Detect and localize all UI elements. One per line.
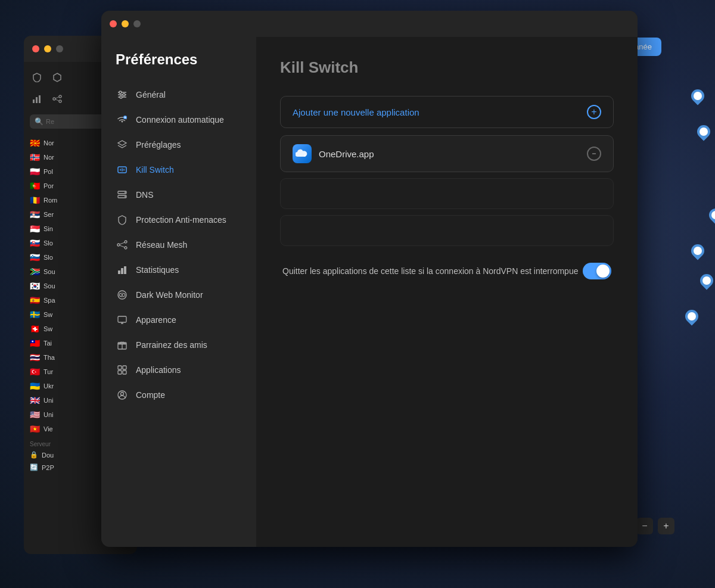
add-app-label: Ajouter une nouvelle application [293,107,419,117]
svg-rect-42 [118,366,122,369]
user-circle-icon [116,388,129,402]
modal-maximize-dot[interactable] [133,20,141,27]
svg-point-4 [59,95,61,98]
shield-nav-icon[interactable] [29,69,45,86]
map-pin [691,244,704,261]
grid-icon [116,363,129,377]
maximize-dot[interactable] [56,45,63,52]
nav-item-mesh[interactable]: Réseau Mesh [101,232,256,257]
svg-point-26 [125,241,127,243]
eye-circle-icon [116,288,129,301]
close-dot[interactable] [32,45,39,52]
nav-item-presets[interactable]: Préréglages [101,132,256,157]
nav-label-dns: DNS [136,190,154,200]
nav-label-general: Général [136,90,166,99]
nav-item-dns[interactable]: DNS [101,182,256,207]
svg-line-7 [55,99,59,101]
nav-item-threat[interactable]: Protection Anti-menaces [101,207,256,232]
svg-rect-41 [118,343,126,344]
svg-point-25 [117,244,120,246]
kill-switch-toggle[interactable] [583,263,611,279]
kill-switch-content: Kill Switch Ajouter une nouvelle applica… [256,37,638,547]
svg-rect-31 [121,268,123,274]
svg-point-5 [59,100,61,102]
onedrive-icon [293,144,312,163]
svg-point-27 [125,247,127,249]
map-pin [685,310,698,326]
bar-chart-icon [116,263,129,276]
svg-point-13 [120,96,122,98]
nav-label-presets: Préréglages [136,140,181,150]
toggle-knob [596,265,610,278]
nav-item-statistics[interactable]: Statistiques [101,257,256,282]
nav-item-dark-web[interactable]: Dark Web Monitor [101,282,256,307]
map-pin [697,125,710,142]
minimize-dot[interactable] [44,45,51,52]
sliders-icon [116,88,129,101]
nav-label-kill-switch: Kill Switch [136,165,174,175]
svg-point-11 [119,91,122,94]
svg-rect-0 [33,99,35,103]
onedrive-app-row: OneDrive.app [280,135,614,172]
nav-label-statistics: Statistiques [136,265,179,275]
add-application-row[interactable]: Ajouter une nouvelle application + [280,96,614,128]
zoom-controls: − + [636,518,674,534]
svg-point-47 [121,393,124,396]
add-app-plus-icon[interactable]: + [587,105,601,119]
kill-switch-toggle-row: Quitter les applications de cette liste … [280,263,614,279]
nav-label-threat: Protection Anti-menaces [136,215,226,225]
empty-app-slot-2 [280,215,614,246]
remove-onedrive-button[interactable] [587,147,601,161]
zoom-in-button[interactable]: + [658,518,674,534]
modal-minimize-dot[interactable] [122,20,129,27]
nav-item-appearance[interactable]: Apparence [101,307,256,332]
nav-item-refer[interactable]: Parrainez des amis [101,332,256,357]
svg-rect-36 [118,316,126,322]
map-pin [709,209,715,225]
svg-line-28 [120,242,125,244]
nav-item-account[interactable]: Compte [101,382,256,407]
nav-label-appearance: Apparence [136,315,176,325]
app-item-left: OneDrive.app [293,144,374,163]
empty-app-slot-1 [280,178,614,209]
barchart-nav-icon[interactable] [29,91,45,107]
nav-label-dark-web: Dark Web Monitor [136,290,203,300]
svg-rect-1 [36,97,38,103]
preferences-sidebar: Préférences Général [101,37,256,547]
kill-switch-icon [116,163,129,176]
nav-item-apps[interactable]: Applications [101,357,256,382]
nav-label-apps: Applications [136,365,181,375]
nav-label-mesh: Réseau Mesh [136,240,187,250]
svg-point-24 [125,196,126,197]
nav-label-refer: Parrainez des amis [136,340,207,350]
map-pin [700,274,713,291]
shield-threat-icon [116,213,129,226]
monitor-icon [116,313,129,326]
zoom-out-button[interactable]: − [636,518,653,534]
svg-point-12 [123,94,125,96]
nav-item-auto-connect[interactable]: Connexion automatique [101,107,256,132]
nav-item-kill-switch[interactable]: Kill Switch [101,157,256,182]
svg-rect-43 [123,366,126,369]
modal-titlebar [101,11,638,37]
svg-point-35 [122,294,123,296]
nav-label-account: Compte [136,390,165,400]
svg-point-3 [53,98,55,100]
search-icon: 🔍 [35,117,43,126]
map-pin [691,89,704,106]
svg-rect-44 [118,371,122,374]
nav-item-general[interactable]: Général [101,82,256,107]
hexagon-nav-icon[interactable] [49,69,66,86]
svg-line-29 [120,245,125,247]
kill-switch-toggle-label: Quitter les applications de cette liste … [282,265,578,278]
onedrive-app-name: OneDrive.app [319,149,374,159]
svg-rect-32 [124,266,126,274]
modal-close-dot[interactable] [110,20,117,27]
mesh-nav-icon[interactable] [49,91,66,107]
search-placeholder: Re [46,118,54,125]
modal-layout: Préférences Général [101,37,638,547]
layers-icon [116,138,129,151]
nav-label-auto-connect: Connexion automatique [136,115,224,125]
preferences-title: Préférences [101,51,256,82]
gift-icon [116,338,129,351]
